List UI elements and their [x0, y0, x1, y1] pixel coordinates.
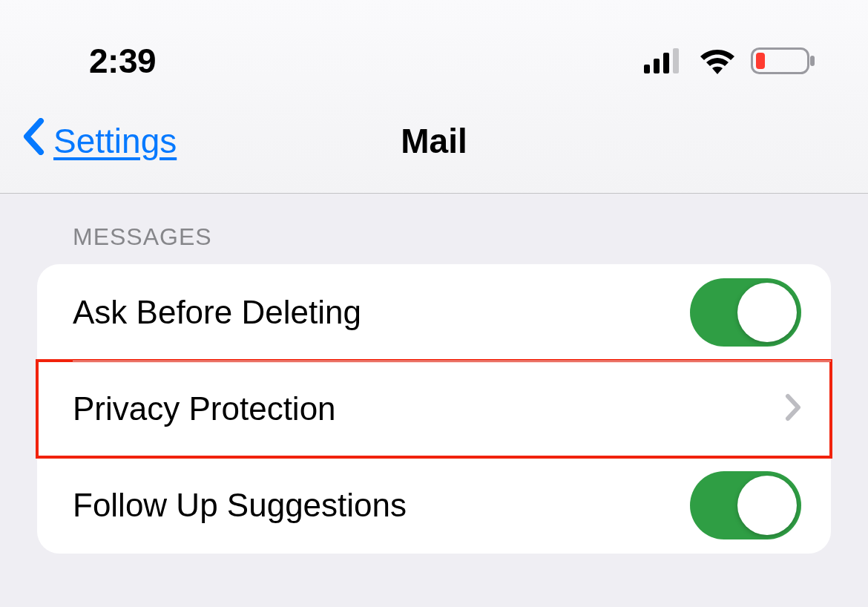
svg-rect-0 [644, 65, 650, 73]
svg-rect-1 [654, 59, 660, 73]
cell-ask-before-deleting[interactable]: Ask Before Deleting [37, 264, 831, 361]
cell-follow-up-suggestions[interactable]: Follow Up Suggestions [37, 457, 831, 554]
nav-bar: Settings Mail [0, 103, 868, 194]
chevron-left-icon [22, 118, 45, 163]
cell-group: Ask Before Deleting Privacy Protection F… [37, 264, 831, 554]
svg-rect-6 [810, 56, 815, 66]
svg-rect-3 [673, 48, 679, 73]
battery-low-icon [751, 46, 816, 76]
cellular-signal-icon [644, 48, 684, 73]
section-messages: MESSAGES Ask Before Deleting Privacy Pro… [0, 194, 868, 554]
section-header: MESSAGES [37, 223, 831, 264]
toggle-knob [737, 283, 797, 342]
chevron-right-icon [785, 393, 801, 424]
page-title: Mail [401, 121, 467, 161]
svg-rect-2 [663, 53, 669, 73]
toggle-ask-before-deleting[interactable] [690, 278, 801, 347]
back-label: Settings [53, 121, 177, 161]
toggle-follow-up-suggestions[interactable] [690, 471, 801, 539]
status-bar: 2:39 [0, 0, 868, 103]
cell-label: Privacy Protection [73, 390, 336, 427]
cell-label: Ask Before Deleting [73, 294, 361, 331]
toggle-knob [737, 476, 797, 535]
status-time: 2:39 [89, 41, 156, 81]
svg-rect-5 [756, 53, 765, 69]
cell-privacy-protection[interactable]: Privacy Protection [37, 361, 831, 457]
cell-label: Follow Up Suggestions [73, 487, 407, 524]
wifi-icon [699, 47, 736, 74]
back-button[interactable]: Settings [22, 118, 177, 163]
status-icons [644, 46, 816, 76]
